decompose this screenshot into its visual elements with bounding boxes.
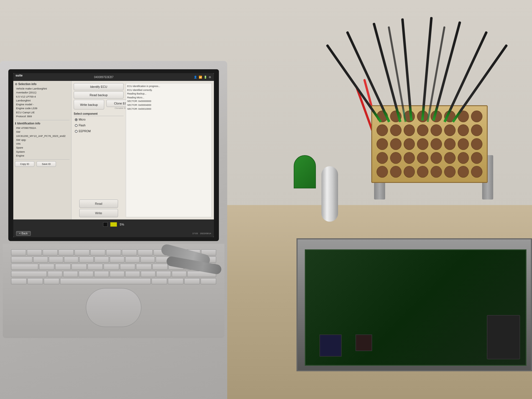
key[interactable] bbox=[120, 264, 135, 270]
key[interactable] bbox=[172, 271, 186, 277]
key[interactable] bbox=[79, 271, 93, 277]
arrow-up-key[interactable] bbox=[168, 278, 183, 284]
key[interactable] bbox=[122, 249, 137, 255]
version-row: 6.5 V12 LP700-4 bbox=[16, 95, 70, 99]
key[interactable] bbox=[141, 271, 155, 277]
save-id-button[interactable]: Save ID bbox=[37, 161, 56, 167]
key[interactable] bbox=[156, 271, 171, 277]
key[interactable] bbox=[140, 257, 155, 263]
progress-area: 5% bbox=[13, 219, 214, 229]
battery-icon: 🔋 bbox=[204, 76, 207, 79]
chip-2 bbox=[355, 334, 372, 351]
circuit-board bbox=[305, 249, 526, 366]
key[interactable] bbox=[125, 271, 140, 277]
alt-key[interactable] bbox=[44, 278, 59, 284]
sw1-row: SW 10C81200_MY13_JAP_PC76_3323_end2 bbox=[16, 130, 70, 138]
fn-key[interactable] bbox=[27, 278, 43, 284]
key[interactable] bbox=[43, 249, 58, 255]
key[interactable] bbox=[152, 264, 168, 270]
read-backup-button[interactable]: Read backup bbox=[74, 91, 124, 99]
key[interactable] bbox=[11, 264, 38, 270]
eeprom-label: EEPROM bbox=[79, 130, 91, 133]
write-backup-button[interactable]: Write backup bbox=[74, 100, 104, 109]
laptop-body: suite 0400897E0EB7 👤 📶 🔋 ⚙ bbox=[0, 61, 227, 399]
key[interactable] bbox=[27, 249, 42, 255]
key[interactable] bbox=[71, 264, 87, 270]
key[interactable] bbox=[125, 257, 140, 263]
probe-hole bbox=[417, 166, 428, 178]
probe-hole bbox=[458, 166, 469, 178]
log-line-1: ECU identification in progress... bbox=[127, 85, 210, 88]
key[interactable] bbox=[110, 271, 124, 277]
write-button[interactable]: Write bbox=[79, 209, 118, 217]
key[interactable] bbox=[138, 249, 153, 255]
probe-hole bbox=[444, 138, 456, 150]
eeprom-radio-dot bbox=[75, 130, 78, 133]
vehicle-make-row: Vehicle make Lamborghini bbox=[16, 87, 70, 91]
divider-1 bbox=[15, 120, 70, 120]
selection-info-title: ⊙ Selection info bbox=[15, 83, 70, 86]
micro-radio[interactable]: Micro bbox=[75, 118, 124, 121]
probe-hole bbox=[471, 166, 482, 178]
probe-hole bbox=[404, 138, 415, 150]
engine-code-row: Engine code L539 bbox=[16, 106, 70, 110]
right-panel-columns: Identify ECU Read backup Write backup Cl… bbox=[74, 83, 212, 217]
probe-group bbox=[366, 17, 477, 127]
key[interactable] bbox=[39, 264, 54, 270]
key[interactable] bbox=[88, 264, 103, 270]
key[interactable] bbox=[48, 271, 62, 277]
key[interactable] bbox=[49, 257, 63, 263]
key[interactable] bbox=[33, 257, 48, 263]
action-buttons-column: Identify ECU Read backup Write backup Cl… bbox=[74, 83, 124, 217]
laptop-screen: suite 0400897E0EB7 👤 📶 🔋 ⚙ bbox=[13, 73, 214, 237]
divider-2 bbox=[15, 159, 70, 160]
shift-key[interactable] bbox=[11, 271, 47, 277]
copy-id-button[interactable]: Copy ID bbox=[15, 161, 34, 167]
probe-hole bbox=[390, 152, 401, 164]
key[interactable] bbox=[94, 257, 109, 263]
black-square-indicator bbox=[103, 222, 108, 227]
bottom-bar: < Back 17:03 2022/09/14 bbox=[13, 229, 214, 237]
key[interactable] bbox=[79, 257, 94, 263]
person-icon: 👤 bbox=[194, 76, 197, 79]
arrow-down-key[interactable] bbox=[184, 278, 200, 284]
probe-hole bbox=[471, 138, 482, 150]
key[interactable] bbox=[94, 271, 109, 277]
key[interactable] bbox=[11, 257, 32, 263]
probe-hole bbox=[377, 138, 388, 150]
key-row-5 bbox=[11, 278, 216, 284]
key[interactable] bbox=[106, 249, 121, 255]
vin-row: VIN bbox=[16, 142, 70, 146]
copy-save-row: Copy ID Save ID bbox=[15, 161, 70, 167]
back-button[interactable]: < Back bbox=[16, 231, 31, 236]
key[interactable] bbox=[58, 249, 73, 255]
space-key[interactable] bbox=[60, 278, 150, 284]
key[interactable] bbox=[75, 249, 89, 255]
alt-right-key[interactable] bbox=[152, 278, 167, 284]
key[interactable] bbox=[110, 257, 124, 263]
protocol-row: Protocol: B69 bbox=[16, 114, 70, 118]
key[interactable] bbox=[136, 264, 151, 270]
identify-ecu-button[interactable]: Identify ECU bbox=[74, 83, 124, 90]
key[interactable] bbox=[63, 271, 78, 277]
system-row: System bbox=[16, 150, 70, 154]
ctrl-key[interactable] bbox=[11, 278, 27, 284]
eeprom-radio[interactable]: EEPROM bbox=[75, 130, 124, 133]
key[interactable] bbox=[90, 249, 105, 255]
key[interactable] bbox=[55, 264, 70, 270]
key[interactable] bbox=[104, 264, 119, 270]
probe-hole bbox=[390, 166, 401, 178]
micro-label: Micro bbox=[79, 118, 85, 121]
key[interactable] bbox=[11, 249, 26, 255]
probe-hole bbox=[390, 138, 401, 150]
read-button[interactable]: Read bbox=[79, 200, 118, 208]
status-bar: suite 0400897E0EB7 👤 📶 🔋 ⚙ bbox=[13, 73, 214, 81]
arrow-right-key[interactable] bbox=[201, 278, 216, 284]
heatsink bbox=[487, 315, 520, 359]
flash-radio[interactable]: Flash bbox=[75, 124, 124, 127]
probe-hole bbox=[417, 138, 428, 150]
touchpad[interactable] bbox=[86, 288, 141, 327]
key[interactable] bbox=[64, 257, 78, 263]
probe-hole bbox=[458, 138, 469, 150]
flash-radio-dot bbox=[75, 124, 78, 127]
